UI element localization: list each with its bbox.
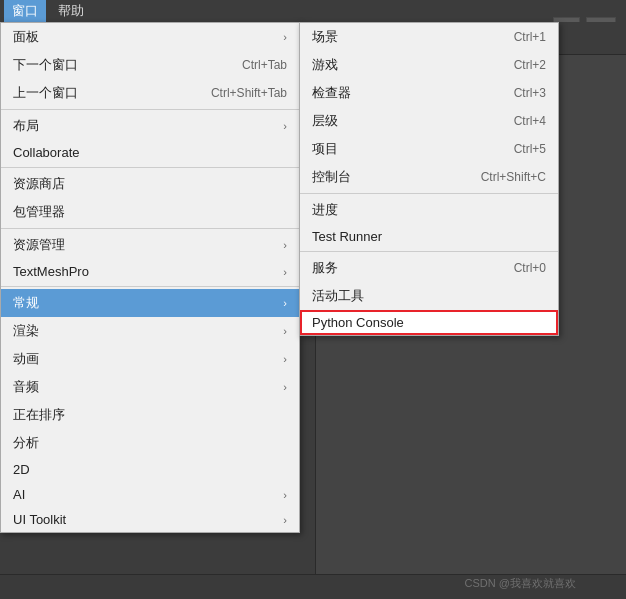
submenu-item-project[interactable]: 项目 Ctrl+5 [300, 135, 558, 163]
menu-item-collaborate-label: Collaborate [13, 145, 80, 160]
submenu-item-game-shortcut: Ctrl+2 [514, 58, 546, 72]
menu-divider-3 [1, 228, 299, 229]
menu-item-prev-window-label: 上一个窗口 [13, 84, 78, 102]
menu-item-next-window-shortcut: Ctrl+Tab [242, 58, 287, 72]
menu-item-2d-label: 2D [13, 462, 30, 477]
window-dropdown-menu: 面板 › 下一个窗口 Ctrl+Tab 上一个窗口 Ctrl+Shift+Tab… [0, 22, 300, 533]
submenu-item-inspector-label: 检查器 [312, 84, 351, 102]
submenu-item-active-tools-label: 活动工具 [312, 287, 364, 305]
submenu-item-active-tools[interactable]: 活动工具 [300, 282, 558, 310]
menu-item-asset-store[interactable]: 资源商店 [1, 170, 299, 198]
menu-item-textmeshpro[interactable]: TextMeshPro › [1, 259, 299, 284]
menu-help[interactable]: 帮助 [50, 0, 92, 22]
submenu-item-progress[interactable]: 进度 [300, 196, 558, 224]
menu-item-general-arrow: › [283, 297, 287, 309]
menu-item-prev-window-shortcut: Ctrl+Shift+Tab [211, 86, 287, 100]
submenu-item-console[interactable]: 控制台 Ctrl+Shift+C [300, 163, 558, 191]
submenu-item-console-label: 控制台 [312, 168, 351, 186]
menu-item-asset-mgmt-arrow: › [283, 239, 287, 251]
menu-item-general-label: 常规 [13, 294, 39, 312]
menu-item-panel-arrow: › [283, 31, 287, 43]
menu-item-ai-label: AI [13, 487, 25, 502]
submenu-item-test-runner[interactable]: Test Runner [300, 224, 558, 249]
submenu-item-services[interactable]: 服务 Ctrl+0 [300, 254, 558, 282]
submenu-item-services-shortcut: Ctrl+0 [514, 261, 546, 275]
submenu-divider-1 [300, 193, 558, 194]
menu-item-audio-label: 音频 [13, 378, 39, 396]
menu-item-ui-toolkit-arrow: › [283, 514, 287, 526]
submenu-item-project-label: 项目 [312, 140, 338, 158]
menu-item-textmeshpro-label: TextMeshPro [13, 264, 89, 279]
menu-bar: 窗口 帮助 [0, 0, 315, 22]
submenu-item-python-console[interactable]: Python Console [300, 310, 558, 335]
menu-item-textmeshpro-arrow: › [283, 266, 287, 278]
menu-window[interactable]: 窗口 [4, 0, 46, 22]
menu-divider-4 [1, 286, 299, 287]
submenu-item-console-shortcut: Ctrl+Shift+C [481, 170, 546, 184]
menu-item-audio-arrow: › [283, 381, 287, 393]
menu-item-next-window[interactable]: 下一个窗口 Ctrl+Tab [1, 51, 299, 79]
menu-item-ai-arrow: › [283, 489, 287, 501]
menu-item-collaborate[interactable]: Collaborate [1, 140, 299, 165]
menu-item-audio[interactable]: 音频 › [1, 373, 299, 401]
submenu-item-project-shortcut: Ctrl+5 [514, 142, 546, 156]
menu-item-layout[interactable]: 布局 › [1, 112, 299, 140]
menu-item-panel-label: 面板 [13, 28, 39, 46]
submenu-item-scene-shortcut: Ctrl+1 [514, 30, 546, 44]
submenu-item-scene[interactable]: 场景 Ctrl+1 [300, 23, 558, 51]
menu-item-animation[interactable]: 动画 › [1, 345, 299, 373]
menu-item-sequencer[interactable]: 正在排序 [1, 401, 299, 429]
submenu-item-game[interactable]: 游戏 Ctrl+2 [300, 51, 558, 79]
submenu-item-hierarchy[interactable]: 层级 Ctrl+4 [300, 107, 558, 135]
submenu-item-test-runner-label: Test Runner [312, 229, 382, 244]
submenu-item-services-label: 服务 [312, 259, 338, 277]
menu-item-asset-mgmt[interactable]: 资源管理 › [1, 231, 299, 259]
menu-item-render[interactable]: 渲染 › [1, 317, 299, 345]
menu-item-asset-store-label: 资源商店 [13, 175, 65, 193]
menu-divider-2 [1, 167, 299, 168]
submenu-divider-2 [300, 251, 558, 252]
submenu-item-python-console-label: Python Console [312, 315, 404, 330]
menu-item-animation-label: 动画 [13, 350, 39, 368]
watermark: CSDN @我喜欢就喜欢 [465, 576, 576, 591]
submenu-item-inspector[interactable]: 检查器 Ctrl+3 [300, 79, 558, 107]
menu-item-sequencer-label: 正在排序 [13, 406, 65, 424]
menu-item-panel[interactable]: 面板 › [1, 23, 299, 51]
menu-item-asset-mgmt-label: 资源管理 [13, 236, 65, 254]
menu-item-layout-arrow: › [283, 120, 287, 132]
general-submenu: 场景 Ctrl+1 游戏 Ctrl+2 检查器 Ctrl+3 层级 Ctrl+4… [299, 22, 559, 336]
menu-item-2d[interactable]: 2D [1, 457, 299, 482]
submenu-item-scene-label: 场景 [312, 28, 338, 46]
menu-item-package-manager[interactable]: 包管理器 [1, 198, 299, 226]
menu-item-analysis[interactable]: 分析 [1, 429, 299, 457]
menu-item-animation-arrow: › [283, 353, 287, 365]
menu-item-general[interactable]: 常规 › [1, 289, 299, 317]
submenu-item-inspector-shortcut: Ctrl+3 [514, 86, 546, 100]
submenu-item-game-label: 游戏 [312, 56, 338, 74]
menu-item-package-manager-label: 包管理器 [13, 203, 65, 221]
menu-item-next-window-label: 下一个窗口 [13, 56, 78, 74]
submenu-item-hierarchy-shortcut: Ctrl+4 [514, 114, 546, 128]
menu-item-ui-toolkit-label: UI Toolkit [13, 512, 66, 527]
menu-item-analysis-label: 分析 [13, 434, 39, 452]
menu-item-prev-window[interactable]: 上一个窗口 Ctrl+Shift+Tab [1, 79, 299, 107]
submenu-item-hierarchy-label: 层级 [312, 112, 338, 130]
menu-item-render-arrow: › [283, 325, 287, 337]
submenu-item-progress-label: 进度 [312, 201, 338, 219]
menu-item-layout-label: 布局 [13, 117, 39, 135]
menu-item-ai[interactable]: AI › [1, 482, 299, 507]
menu-divider-1 [1, 109, 299, 110]
menu-item-ui-toolkit[interactable]: UI Toolkit › [1, 507, 299, 532]
menu-item-render-label: 渲染 [13, 322, 39, 340]
